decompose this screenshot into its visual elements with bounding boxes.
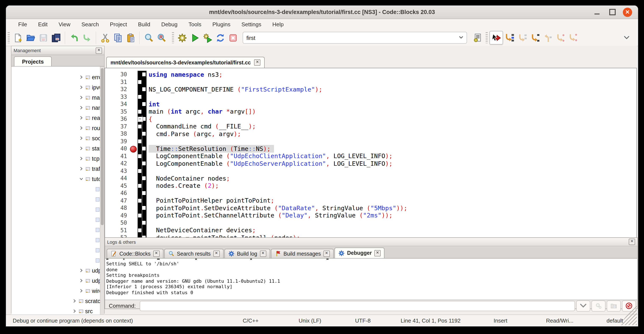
log-tab-close-button[interactable]: ✕ <box>324 250 330 257</box>
tree-item-stat[interactable]: stat <box>12 143 104 153</box>
build-target-combo[interactable]: first <box>242 32 467 44</box>
code-editor[interactable]: 30using namespace ns3;3132NS_LOG_COMPONE… <box>104 68 637 240</box>
chevron-right-icon[interactable] <box>79 105 84 110</box>
fold-margin[interactable] <box>138 227 146 234</box>
new-file-button[interactable] <box>12 31 24 44</box>
editor-tab-close-button[interactable]: ✕ <box>254 59 260 66</box>
titlebar[interactable]: mnt/dev/tools/source/ns-3-dev/examples/t… <box>6 6 638 19</box>
code-line-38[interactable]: 38 cmd.Parse (argc, argv); <box>105 130 636 138</box>
chevron-right-icon[interactable] <box>79 85 84 90</box>
chevron-right-icon[interactable] <box>79 166 84 171</box>
step-out-button[interactable] <box>541 31 554 44</box>
fold-collapse-icon[interactable] <box>138 117 143 122</box>
tree-item-mat[interactable]: mat <box>12 92 104 103</box>
chevron-right-icon[interactable] <box>79 75 84 80</box>
tree-item-se[interactable]: se <box>12 225 104 235</box>
tree-item-th[interactable]: th <box>12 255 104 265</box>
breakpoint-margin[interactable] <box>130 182 138 189</box>
tree-item-udp[interactable]: udp <box>12 265 104 275</box>
menu-debug[interactable]: Debug <box>157 20 182 29</box>
code-line-34[interactable]: 34int <box>105 101 636 108</box>
chevron-right-icon[interactable] <box>79 136 84 141</box>
toolbar-grip[interactable] <box>486 32 488 43</box>
toolbar-overflow-button[interactable] <box>620 31 633 44</box>
log-tab-close-button[interactable]: ✕ <box>213 250 220 257</box>
log-tab-close-button[interactable]: ✕ <box>153 250 160 257</box>
close-button[interactable]: ✕ <box>623 8 632 17</box>
tree-item-se[interactable]: se <box>12 235 104 245</box>
menu-plugins[interactable]: Plugins <box>208 20 235 29</box>
code-line-35[interactable]: 35main (int argc, char *argv[]) <box>105 108 636 115</box>
chevron-right-icon[interactable] <box>79 95 84 100</box>
step-into-instruction-button[interactable] <box>566 31 579 44</box>
breakpoint-icon[interactable] <box>130 146 137 153</box>
code-line-50[interactable]: 50 <box>105 219 636 227</box>
menu-settings[interactable]: Settings <box>237 20 266 29</box>
fold-margin[interactable] <box>138 108 146 115</box>
breakpoint-margin[interactable] <box>130 138 138 145</box>
save-button[interactable] <box>37 31 50 44</box>
menu-edit[interactable]: Edit <box>34 20 52 29</box>
toolbar-grip[interactable] <box>172 32 174 43</box>
breakpoint-margin[interactable] <box>130 212 138 219</box>
tree-item-wire[interactable]: wire <box>12 286 104 296</box>
menu-view[interactable]: View <box>54 20 75 29</box>
chevron-right-icon[interactable] <box>79 125 84 131</box>
tree-item-udp-[interactable]: udp- <box>12 275 104 286</box>
rebuild-button[interactable] <box>214 31 226 44</box>
log-tab-close-button[interactable]: ✕ <box>374 250 381 256</box>
fold-margin[interactable] <box>138 212 146 219</box>
breakpoint-margin[interactable] <box>130 78 138 86</box>
menu-help[interactable]: Help <box>268 20 288 29</box>
breakpoint-margin[interactable] <box>130 227 138 234</box>
open-file-button[interactable] <box>24 31 37 44</box>
menu-project[interactable]: Project <box>105 20 132 29</box>
code-line-31[interactable]: 31 <box>105 78 636 86</box>
maximize-button[interactable] <box>608 8 617 17</box>
copy-log-button[interactable] <box>607 300 621 311</box>
tree-item-he[interactable]: he <box>12 214 104 225</box>
breakpoint-margin[interactable] <box>130 160 138 167</box>
code-line-40[interactable]: 40 Time::SetResolution (Time::NS); <box>105 145 636 152</box>
code-line-47[interactable]: 47 PointToPointHelper pointToPoint; <box>105 197 636 204</box>
debug-continue-button[interactable] <box>490 31 503 45</box>
debugger-settings-button[interactable] <box>592 300 606 311</box>
fold-margin[interactable] <box>138 115 146 123</box>
fold-margin[interactable] <box>138 175 146 182</box>
command-input[interactable] <box>140 301 575 311</box>
code-line-44[interactable]: 44 NodeContainer nodes; <box>105 175 636 182</box>
fold-margin[interactable] <box>138 86 146 93</box>
tree-scrollbar[interactable] <box>100 67 104 319</box>
step-into-button[interactable] <box>528 31 541 44</box>
code-line-43[interactable]: 43 <box>105 167 636 175</box>
tree-item-ipv6[interactable]: ipv6 <box>12 82 104 92</box>
toolbar-grip[interactable] <box>8 32 10 43</box>
breakpoint-margin[interactable] <box>130 71 138 78</box>
code-line-45[interactable]: 45 nodes.Create (2); <box>105 182 636 189</box>
breakpoint-margin[interactable] <box>130 130 138 138</box>
code-line-36[interactable]: 36{ <box>105 115 636 123</box>
chevron-right-icon[interactable] <box>79 146 84 151</box>
chevron-right-icon[interactable] <box>72 298 77 303</box>
fold-margin[interactable] <box>138 145 146 152</box>
breakpoint-margin[interactable] <box>130 197 138 204</box>
code-line-51[interactable]: 51 NetDeviceContainer devices; <box>105 227 636 234</box>
fold-margin[interactable] <box>138 160 146 167</box>
chevron-right-icon[interactable] <box>79 268 84 273</box>
log-tab-build-messages[interactable]: Build messages✕ <box>271 249 334 258</box>
run-button[interactable] <box>188 31 201 44</box>
fold-margin[interactable] <box>138 219 146 227</box>
chevron-right-icon[interactable] <box>79 288 84 293</box>
debugger-output[interactable]: Setting SHELL to '/bin/sh'doneSetting br… <box>105 258 637 300</box>
tree-item-fif[interactable]: fif <box>12 184 104 194</box>
chevron-right-icon[interactable] <box>79 156 84 161</box>
breakpoint-margin[interactable] <box>130 93 138 101</box>
breakpoint-margin[interactable] <box>130 175 138 182</box>
fold-margin[interactable] <box>138 189 146 197</box>
build-and-run-button[interactable] <box>201 31 214 44</box>
log-tab-search-results[interactable]: Search results✕ <box>164 249 223 258</box>
code-line-49[interactable]: 49 pointToPoint.SetChannelAttribute ("De… <box>105 212 636 219</box>
code-line-32[interactable]: 32NS_LOG_COMPONENT_DEFINE ("FirstScriptE… <box>105 86 636 93</box>
breakpoint-margin[interactable] <box>130 86 138 93</box>
find-button[interactable] <box>142 31 155 44</box>
